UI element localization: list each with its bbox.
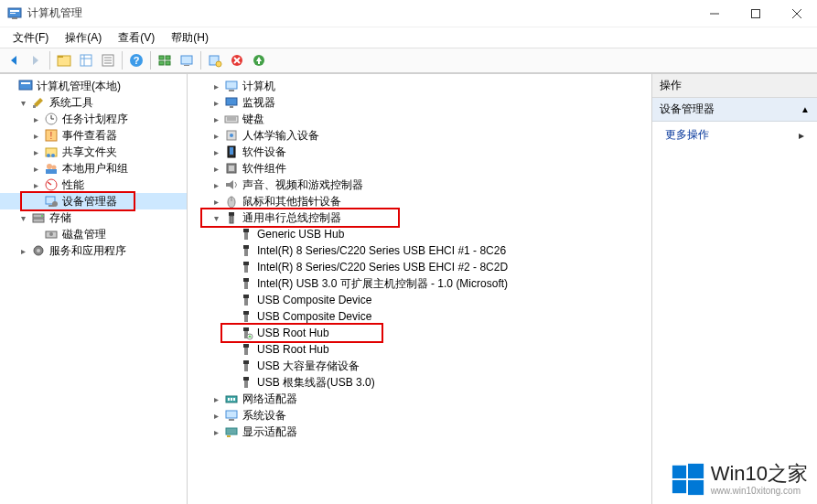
tree-task-scheduler[interactable]: ▸ 任务计划程序 [0,111,187,127]
tree-services-label: 服务和应用程序 [49,243,126,259]
tree-system-tools-label: 系统工具 [49,95,93,111]
chevron-right-icon[interactable]: ▸ [29,113,42,125]
computer-mgmt-icon [18,79,33,93]
usb-mass-storage[interactable]: USB 大容量存储设备 [188,358,651,374]
tree-disk-management[interactable]: 磁盘管理 [0,226,187,242]
show-button[interactable] [177,50,197,70]
scan-button[interactable] [205,50,225,70]
up-button[interactable] [54,50,74,70]
chevron-down-icon[interactable]: ▾ [16,211,29,224]
tree-performance[interactable]: ▸ 性能 [0,177,187,193]
usb-composite-1[interactable]: USB Composite Device [188,292,651,308]
chevron-right-icon[interactable]: ▸ [29,162,42,175]
tree-device-manager[interactable]: 设备管理器 [0,193,187,209]
menu-view[interactable]: 查看(V) [111,28,162,48]
dev-label: USB Root Hub [257,327,329,339]
uninstall-button[interactable] [227,50,247,70]
forward-button[interactable] [26,50,46,70]
tree-system-tools[interactable]: ▾ 系统工具 [0,94,187,111]
chevron-right-icon[interactable]: ▸ [210,392,222,405]
usb-root-hub-1[interactable]: USB Root Hub [188,325,651,341]
chevron-right-icon[interactable]: ▸ [210,80,222,92]
chevron-right-icon[interactable]: ▸ [210,162,222,175]
chevron-right-icon[interactable]: ▸ [29,145,42,158]
dev-label: 声音、视频和游戏控制器 [242,177,363,193]
dev-network[interactable]: ▸网络适配器 [188,391,651,407]
usb-intel-ehci1[interactable]: Intel(R) 8 Series/C220 Series USB EHCI #… [188,242,651,259]
dev-keyboard[interactable]: ▸键盘 [188,111,651,127]
network-icon [224,391,239,406]
props-button[interactable] [98,50,118,70]
chevron-right-icon[interactable]: ▸ [210,145,222,158]
tree-local-users[interactable]: ▸ 本地用户和组 [0,160,187,177]
svg-rect-3 [12,17,17,19]
usb-icon [239,342,253,357]
chevron-right-icon[interactable]: ▸ [210,129,222,142]
chevron-right-icon[interactable]: ▸ [210,96,222,109]
dev-usb-controllers[interactable]: ▾ 通用串行总线控制器 [188,209,651,226]
dev-sound[interactable]: ▸声音、视频和游戏控制器 [188,177,651,193]
tree-root[interactable]: 计算机管理(本地) [0,78,187,94]
chevron-down-icon[interactable]: ▾ [16,96,29,109]
tree-shared-folders[interactable]: ▸ 共享文件夹 [0,144,187,160]
clock-icon [44,112,59,126]
chevron-down-icon[interactable]: ▾ [210,211,222,224]
device-tree-pane[interactable]: ▸计算机 ▸监视器 ▸键盘 ▸人体学输入设备 ▸软件设备 ▸软件组件 ▸声音、视… [188,74,652,504]
actions-more[interactable]: 更多操作 ▸ [652,122,817,148]
usb-icon [239,359,253,373]
chevron-right-icon[interactable]: ▸ [210,409,222,422]
usb-intel-ehci2[interactable]: Intel(R) 8 Series/C220 Series USB EHCI #… [188,259,651,275]
back-button[interactable] [4,50,24,70]
tree-local-users-label: 本地用户和组 [62,161,128,177]
toolbar: ? [0,48,817,73]
update-button[interactable] [249,50,269,70]
menu-file[interactable]: 文件(F) [5,28,56,48]
tree-event-viewer[interactable]: ▸ ! 事件查看器 [0,127,187,144]
close-button[interactable] [776,0,817,27]
tree-button[interactable] [76,50,96,70]
chevron-right-icon[interactable]: ▸ [29,178,42,191]
svg-rect-83 [244,265,248,273]
dev-computer[interactable]: ▸计算机 [188,78,651,94]
menu-help[interactable]: 帮助(H) [164,28,216,48]
actions-header: 操作 [652,74,817,98]
collapse-icon[interactable]: ▲ [801,104,810,114]
chevron-down-icon[interactable] [4,80,16,92]
chevron-right-icon[interactable]: ▸ [16,244,29,257]
dev-label: Intel(R) USB 3.0 可扩展主机控制器 - 1.0 (Microso… [257,276,508,292]
chevron-right-icon[interactable]: ▸ [210,425,222,438]
dev-display[interactable]: ▸显示适配器 [188,424,651,440]
usb-composite-2[interactable]: USB Composite Device [188,308,651,325]
tile-button[interactable] [155,50,175,70]
chevron-right-icon[interactable]: ▸ [210,113,222,125]
maximize-button[interactable] [735,0,776,27]
dev-hid[interactable]: ▸人体学输入设备 [188,127,651,144]
dev-mouse[interactable]: ▸鼠标和其他指针设备 [188,193,651,209]
usb-root-hub-2[interactable]: USB Root Hub [188,341,651,358]
dev-label: 网络适配器 [242,391,297,407]
actions-subheader[interactable]: 设备管理器 ▲ [652,98,817,122]
usb-root-hub-30[interactable]: USB 根集线器(USB 3.0) [188,374,651,391]
help-button[interactable]: ? [126,50,146,70]
dev-label: 计算机 [242,79,275,94]
usb-icon [239,309,253,324]
tree-services[interactable]: ▸ 服务和应用程序 [0,242,187,259]
menu-action[interactable]: 操作(A) [58,28,109,48]
chevron-right-icon[interactable]: ▸ [210,178,222,191]
usb-generic-hub[interactable]: Generic USB Hub [188,226,651,242]
dev-software[interactable]: ▸软件设备 [188,144,651,160]
dev-system[interactable]: ▸系统设备 [188,407,651,424]
usb-icon [239,227,253,241]
dev-monitor[interactable]: ▸监视器 [188,94,651,111]
tree-storage[interactable]: ▾ 存储 [0,209,187,226]
chevron-right-icon[interactable]: ▸ [210,195,222,208]
chevron-right-icon[interactable]: ▸ [29,129,42,142]
dev-components[interactable]: ▸软件组件 [188,160,651,177]
system-icon [224,408,239,423]
usb-intel-xhci[interactable]: Intel(R) USB 3.0 可扩展主机控制器 - 1.0 (Microso… [188,275,651,292]
minimize-button[interactable] [693,0,735,27]
dev-label: USB Root Hub [257,343,329,356]
left-tree-pane[interactable]: 计算机管理(本地) ▾ 系统工具 ▸ 任务计划程序 ▸ ! 事件查看器 ▸ 共享… [0,74,188,504]
svg-rect-22 [166,56,170,59]
display-adapter-icon [224,424,239,439]
